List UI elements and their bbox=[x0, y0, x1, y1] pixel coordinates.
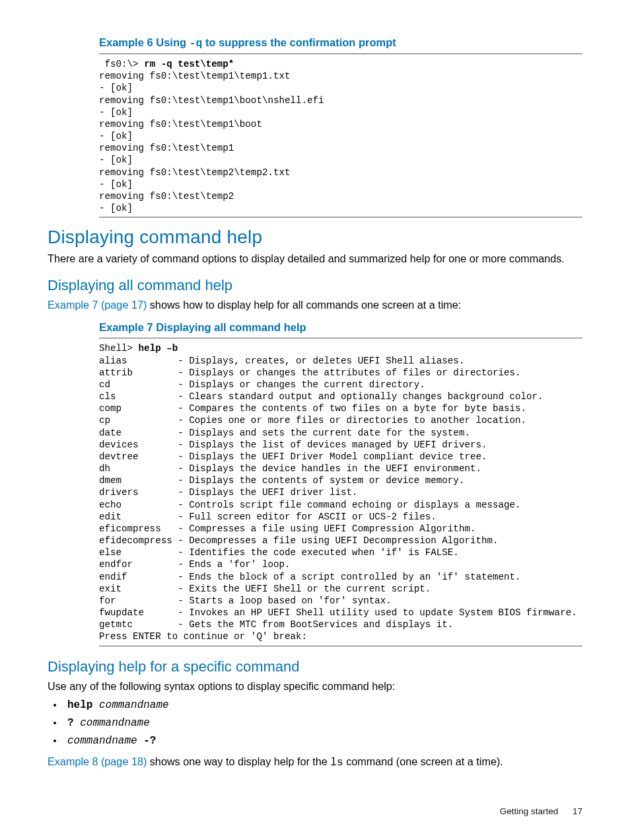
para-displaying-specific: Use any of the following syntax options … bbox=[48, 679, 582, 694]
example-7-top-rule bbox=[99, 338, 582, 338]
syntax-commandname: commandname bbox=[99, 699, 169, 711]
example-7: Example 7 Displaying all command help Sh… bbox=[99, 321, 582, 646]
para-after-tail: command (one screen at a time). bbox=[343, 755, 503, 767]
list-item: commandname -? bbox=[63, 733, 582, 751]
example-7-bottom-rule bbox=[99, 646, 582, 646]
para-displaying-all: Example 7 (page 17) shows how to display… bbox=[48, 298, 582, 313]
syntax-prefix: help bbox=[67, 699, 99, 711]
heading-displaying-all-command-help: Displaying all command help bbox=[48, 277, 582, 294]
example-7-title: Example 7 Displaying all command help bbox=[99, 321, 582, 334]
para-after-list: Example 8 (page 18) shows one way to dis… bbox=[48, 755, 582, 771]
para-displaying-all-tail: shows how to display help for all comman… bbox=[147, 299, 461, 311]
syntax-suffix: -? bbox=[137, 735, 157, 747]
list-item: help commandname bbox=[63, 697, 582, 715]
link-example-7[interactable]: Example 7 (page 17) bbox=[48, 299, 147, 311]
example-6-code: fs0:\> rm -q test\temp* removing fs0:\te… bbox=[99, 58, 582, 214]
para-displaying-command-help: There are a variety of command options t… bbox=[48, 252, 582, 266]
example-6-title-suffix: to suppress the confirmation prompt bbox=[202, 36, 396, 48]
syntax-commandname: commandname bbox=[67, 735, 137, 747]
example-6-title: Example 6 Using -q to suppress the confi… bbox=[99, 36, 582, 50]
footer-label: Getting started bbox=[500, 806, 559, 816]
example-6-bottom-rule bbox=[99, 217, 582, 217]
para-after-mid: shows one way to display help for the bbox=[147, 755, 330, 767]
heading-displaying-specific: Displaying help for a specific command bbox=[48, 658, 582, 675]
example-6-cmd: rm -q test\temp* bbox=[144, 59, 234, 69]
example-6-top-rule bbox=[99, 54, 582, 54]
heading-displaying-command-help: Displaying command help bbox=[48, 227, 582, 248]
example-7-code: Shell> help –b alias - Displays, creates… bbox=[99, 342, 582, 642]
link-example-8[interactable]: Example 8 (page 18) bbox=[48, 755, 147, 767]
footer-page-number: 17 bbox=[573, 806, 582, 816]
syntax-commandname: commandname bbox=[80, 717, 150, 729]
list-item: ? commandname bbox=[63, 715, 582, 733]
example-6: Example 6 Using -q to suppress the confi… bbox=[99, 36, 582, 217]
code-ls: ls bbox=[330, 757, 343, 769]
page-footer: Getting started 17 bbox=[500, 806, 582, 816]
syntax-options-list: help commandname? commandnamecommandname… bbox=[48, 697, 582, 751]
example-6-title-code: -q bbox=[190, 37, 203, 50]
example-6-prompt: fs0:\> bbox=[99, 59, 144, 69]
example-6-title-prefix: Example 6 Using bbox=[99, 36, 190, 48]
example-6-output: removing fs0:\test\temp1\temp1.txt - [ok… bbox=[99, 71, 324, 213]
page: Example 6 Using -q to suppress the confi… bbox=[0, 0, 630, 840]
syntax-prefix: ? bbox=[67, 717, 80, 729]
